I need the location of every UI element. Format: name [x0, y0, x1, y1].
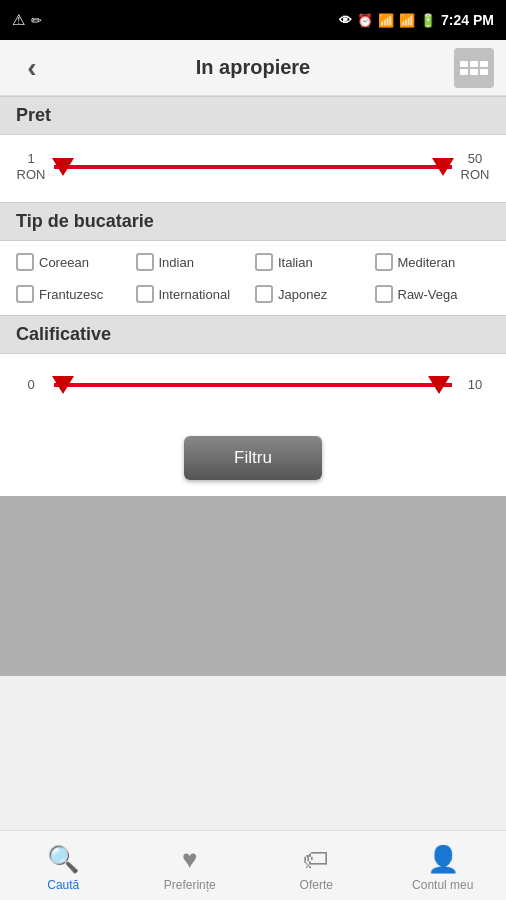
- rating-thumb-left[interactable]: [52, 376, 74, 394]
- profile-icon: 👤: [427, 844, 459, 875]
- header: ‹ In apropiere: [0, 40, 506, 96]
- cuisine-label-rawvega: Raw-Vega: [398, 287, 458, 302]
- back-arrow-icon: ‹: [27, 52, 36, 84]
- tag-icon: 🏷: [303, 844, 329, 875]
- signal-icon: 📶: [399, 13, 415, 28]
- status-icons-right: 👁 ⏰ 📶 📶 🔋 7:24 PM: [339, 12, 494, 28]
- price-track: [54, 165, 452, 169]
- cuisine-item-international[interactable]: International: [136, 285, 252, 303]
- pencil-icon: ✏: [31, 13, 42, 28]
- price-slider-row: 1 RON 50 RON: [16, 151, 490, 182]
- cuisine-item-italian[interactable]: Italian: [255, 253, 371, 271]
- nav-item-preferinte[interactable]: ♥ Preferințe: [127, 840, 254, 892]
- checkbox-rawvega[interactable]: [375, 285, 393, 303]
- page-title: In apropiere: [196, 56, 310, 79]
- rating-max-label: 10: [460, 377, 490, 393]
- cuisine-label-frantuzesc: Frantuzesc: [39, 287, 103, 302]
- empty-results-area: [0, 496, 506, 676]
- search-icon: 🔍: [47, 844, 79, 875]
- cuisine-item-coreean[interactable]: Coreean: [16, 253, 132, 271]
- checkbox-mediteran[interactable]: [375, 253, 393, 271]
- filter-section: Filtru: [0, 420, 506, 496]
- price-slider-section: 1 RON 50 RON: [0, 135, 506, 202]
- price-thumb-right[interactable]: [432, 158, 454, 176]
- rating-min-label: 0: [16, 377, 46, 393]
- time-display: 7:24 PM: [441, 12, 494, 28]
- checkbox-indian[interactable]: [136, 253, 154, 271]
- cuisine-label-indian: Indian: [159, 255, 194, 270]
- status-icons-left: ⚠ ✏: [12, 11, 42, 29]
- eye-icon: 👁: [339, 13, 352, 28]
- nav-label-oferte: Oferte: [300, 878, 333, 892]
- rating-slider[interactable]: [54, 370, 452, 400]
- price-max-label: 50 RON: [460, 151, 490, 182]
- rating-slider-section: 0 10: [0, 354, 506, 420]
- price-slider[interactable]: [54, 152, 452, 182]
- back-button[interactable]: ‹: [12, 48, 52, 88]
- cuisine-label-coreean: Coreean: [39, 255, 89, 270]
- cuisine-grid: Coreean Indian Italian Mediteran Frantuz…: [16, 253, 490, 303]
- nav-label-cauta: Caută: [47, 878, 79, 892]
- nav-label-preferinte: Preferințe: [164, 878, 216, 892]
- nav-item-oferte[interactable]: 🏷 Oferte: [253, 840, 380, 892]
- cuisine-item-rawvega[interactable]: Raw-Vega: [375, 285, 491, 303]
- checkbox-italian[interactable]: [255, 253, 273, 271]
- heart-icon: ♥: [182, 844, 197, 875]
- rating-thumb-right[interactable]: [428, 376, 450, 394]
- rating-section-header: Calificative: [0, 315, 506, 354]
- nav-item-cauta[interactable]: 🔍 Caută: [0, 840, 127, 892]
- checkbox-japonez[interactable]: [255, 285, 273, 303]
- content-area: Pret 1 RON 50 RON Tip de bucatarie: [0, 96, 506, 830]
- filter-button[interactable]: Filtru: [184, 436, 322, 480]
- grid-icon: [460, 61, 488, 75]
- alert-icon: ⚠: [12, 11, 25, 29]
- cuisine-label-japonez: Japonez: [278, 287, 327, 302]
- checkbox-frantuzesc[interactable]: [16, 285, 34, 303]
- rating-slider-row: 0 10: [16, 370, 490, 400]
- wifi-icon: 📶: [378, 13, 394, 28]
- bottom-navigation: 🔍 Caută ♥ Preferințe 🏷 Oferte 👤 Contul m…: [0, 830, 506, 900]
- cuisine-section-header: Tip de bucatarie: [0, 202, 506, 241]
- cuisine-section: Coreean Indian Italian Mediteran Frantuz…: [0, 241, 506, 315]
- price-thumb-left[interactable]: [52, 158, 74, 176]
- nav-label-contul-meu: Contul meu: [412, 878, 473, 892]
- status-bar: ⚠ ✏ 👁 ⏰ 📶 📶 🔋 7:24 PM: [0, 0, 506, 40]
- alarm-icon: ⏰: [357, 13, 373, 28]
- cuisine-label-mediteran: Mediteran: [398, 255, 456, 270]
- cuisine-item-mediteran[interactable]: Mediteran: [375, 253, 491, 271]
- cuisine-item-japonez[interactable]: Japonez: [255, 285, 371, 303]
- grid-view-button[interactable]: [454, 48, 494, 88]
- price-section-header: Pret: [0, 96, 506, 135]
- nav-item-contul-meu[interactable]: 👤 Contul meu: [380, 840, 507, 892]
- cuisine-label-international: International: [159, 287, 231, 302]
- battery-icon: 🔋: [420, 13, 436, 28]
- checkbox-international[interactable]: [136, 285, 154, 303]
- cuisine-item-indian[interactable]: Indian: [136, 253, 252, 271]
- cuisine-item-frantuzesc[interactable]: Frantuzesc: [16, 285, 132, 303]
- cuisine-label-italian: Italian: [278, 255, 313, 270]
- checkbox-coreean[interactable]: [16, 253, 34, 271]
- price-min-label: 1 RON: [16, 151, 46, 182]
- rating-track: [54, 383, 452, 387]
